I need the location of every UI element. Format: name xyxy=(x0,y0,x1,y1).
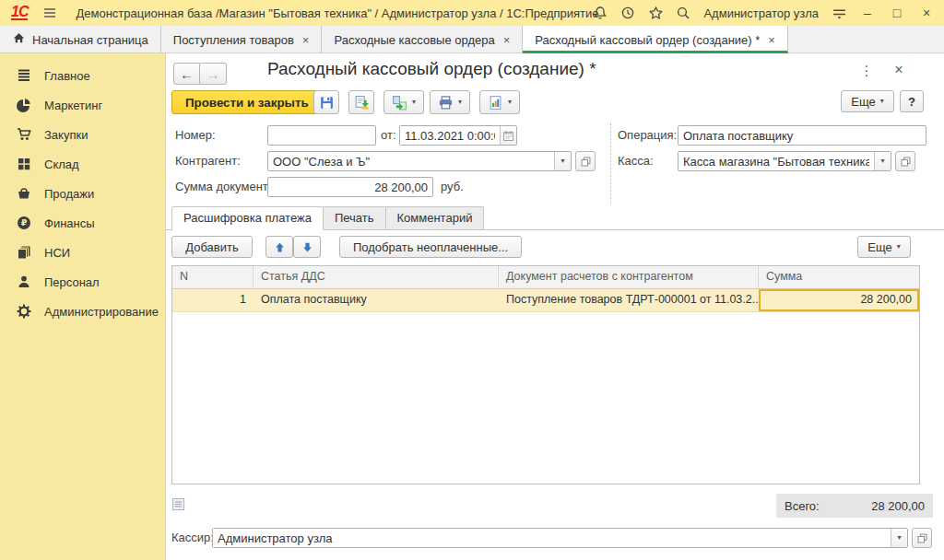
close-tab-icon[interactable]: × xyxy=(768,33,775,47)
add-row-button[interactable]: Добавить xyxy=(171,236,253,258)
sidebar-item-purchases[interactable]: Закупки xyxy=(0,120,165,149)
cashbox-dropdown-icon[interactable]: ▾ xyxy=(874,152,891,170)
date-input[interactable] xyxy=(400,126,500,145)
command-bar: Провести и закрыть ▾ ▾ ▾ Еще ▾ xyxy=(166,90,944,118)
floppy-icon xyxy=(319,95,335,111)
ruble-circle-icon: ₽ xyxy=(17,216,31,230)
currency-label: руб. xyxy=(441,180,464,193)
form-menu-dots-icon[interactable]: ⋮ xyxy=(859,63,874,79)
post-document-icon xyxy=(354,95,370,111)
form-close-icon[interactable]: × xyxy=(891,62,907,78)
table-more-button[interactable]: Еще ▾ xyxy=(857,236,911,258)
tab-home[interactable]: Начальная страница xyxy=(0,26,161,53)
number-label: Номер: xyxy=(175,128,216,142)
gear-icon xyxy=(17,304,31,319)
help-button[interactable]: ? xyxy=(900,90,924,112)
cell-row-number[interactable]: 1 xyxy=(172,289,254,311)
number-input[interactable] xyxy=(267,125,376,146)
more-button[interactable]: Еще ▾ xyxy=(841,90,894,112)
total-value: 28 200,00 xyxy=(871,499,925,513)
minimize-button[interactable]: – xyxy=(857,6,878,20)
print-button[interactable]: ▾ xyxy=(430,90,470,114)
open-link-icon xyxy=(916,532,928,544)
notifications-bell-icon[interactable] xyxy=(591,4,609,22)
form-title: Расходный кассовый ордер (создание) * xyxy=(267,59,596,79)
counterparty-open-button[interactable] xyxy=(575,151,596,171)
stacked-docs-icon xyxy=(17,245,31,260)
close-window-button[interactable]: × xyxy=(916,6,937,20)
grid-boxes-icon xyxy=(17,157,31,171)
sidebar-item-warehouse[interactable]: Склад xyxy=(0,149,165,179)
current-user[interactable]: Администратор узла xyxy=(703,6,819,20)
cell-settlement-doc[interactable]: Поступление товаров ТДРТ-000001 от 11.03… xyxy=(499,289,759,311)
counterparty-field: ▾ xyxy=(267,151,572,171)
cashbox-field: ▾ xyxy=(678,151,891,171)
cashier-input[interactable] xyxy=(213,529,891,547)
cell-dds-item[interactable]: Оплата поставщику xyxy=(254,289,499,311)
date-field xyxy=(399,125,517,146)
favorites-star-icon[interactable] xyxy=(646,4,665,22)
close-tab-icon[interactable]: × xyxy=(503,33,511,47)
back-button[interactable]: ← xyxy=(173,63,200,85)
svg-text:₽: ₽ xyxy=(21,217,28,228)
close-tab-icon[interactable]: × xyxy=(302,33,310,47)
forward-button[interactable]: → xyxy=(200,63,227,85)
1c-logo-icon: 1С xyxy=(11,6,28,20)
counterparty-input[interactable] xyxy=(268,152,554,170)
operation-input[interactable] xyxy=(678,125,926,146)
cashier-open-button[interactable] xyxy=(912,528,932,548)
post-and-close-button[interactable]: Провести и закрыть xyxy=(171,90,323,114)
tab-comment[interactable]: Комментарий xyxy=(385,206,485,229)
create-based-on-icon xyxy=(392,95,407,111)
col-n[interactable]: N xyxy=(172,266,254,288)
printer-icon xyxy=(438,95,454,111)
sidebar-item-finance[interactable]: ₽ Финансы xyxy=(0,208,165,238)
app-window: 1С Демонстрационная база /Магазин "Бытов… xyxy=(0,0,944,560)
tab-goods-receipts[interactable]: Поступления товаров × xyxy=(161,26,323,53)
history-icon[interactable] xyxy=(619,4,637,22)
caret-down-icon: ▾ xyxy=(508,99,512,106)
tab-cash-orders-list[interactable]: Расходные кассовые ордера × xyxy=(322,26,523,53)
tab-cash-order-new[interactable]: Расходный кассовый ордер (создание) * × xyxy=(523,26,788,53)
search-icon[interactable] xyxy=(674,4,692,22)
post-document-button[interactable] xyxy=(348,90,374,114)
cashbox-input[interactable] xyxy=(678,152,874,170)
title-bar: 1С Демонстрационная база /Магазин "Бытов… xyxy=(0,0,944,26)
cashier-dropdown-icon[interactable]: ▾ xyxy=(891,529,907,547)
col-dds[interactable]: Статья ДДС xyxy=(254,266,499,288)
sidebar-item-main[interactable]: Главное xyxy=(0,61,165,90)
footer-list-icon[interactable] xyxy=(171,497,185,514)
tab-payment-details[interactable]: Расшифровка платежа xyxy=(171,206,324,230)
move-row-up-button[interactable] xyxy=(266,236,293,258)
calendar-icon[interactable] xyxy=(500,126,516,145)
sidebar-item-personnel[interactable]: Персонал xyxy=(0,267,165,297)
sidebar-item-sales[interactable]: Продажи xyxy=(0,179,165,208)
basket-icon xyxy=(17,186,31,201)
cashbox-open-button[interactable] xyxy=(895,151,915,171)
pick-unpaid-button[interactable]: Подобрать неоплаченные... xyxy=(339,236,522,258)
col-doc[interactable]: Документ расчетов с контрагентом xyxy=(499,266,759,288)
col-sum[interactable]: Сумма xyxy=(759,266,919,288)
main-menu-icon[interactable] xyxy=(41,4,59,22)
report-chart-icon xyxy=(488,95,503,111)
maximize-button[interactable]: □ xyxy=(887,6,907,20)
sidebar-item-marketing[interactable]: Маркетинг xyxy=(0,90,165,120)
fields-separator xyxy=(610,123,611,204)
tab-print[interactable]: Печать xyxy=(323,206,386,229)
cell-sum[interactable]: 28 200,00 xyxy=(759,289,919,311)
reports-button[interactable]: ▾ xyxy=(479,90,520,114)
service-settings-icon[interactable] xyxy=(830,4,848,22)
amount-input[interactable] xyxy=(267,177,433,197)
save-button[interactable] xyxy=(313,90,339,114)
table-row[interactable]: 1 Оплата поставщику Поступление товаров … xyxy=(172,289,919,312)
detail-tabstrip: Расшифровка платежа Печать Комментарий xyxy=(166,204,944,230)
sidebar-item-administration[interactable]: Администрирование xyxy=(0,297,165,326)
move-row-down-button[interactable] xyxy=(293,236,321,258)
counterparty-label: Контрагент: xyxy=(175,154,241,168)
sidebar-item-nsi[interactable]: НСИ xyxy=(0,238,165,267)
date-label: от: xyxy=(381,128,396,142)
create-based-on-button[interactable]: ▾ xyxy=(384,90,424,114)
payment-details-table: N Статья ДДС Документ расчетов с контраг… xyxy=(171,265,920,484)
caret-down-icon: ▾ xyxy=(458,99,462,106)
counterparty-dropdown-icon[interactable]: ▾ xyxy=(554,152,571,170)
